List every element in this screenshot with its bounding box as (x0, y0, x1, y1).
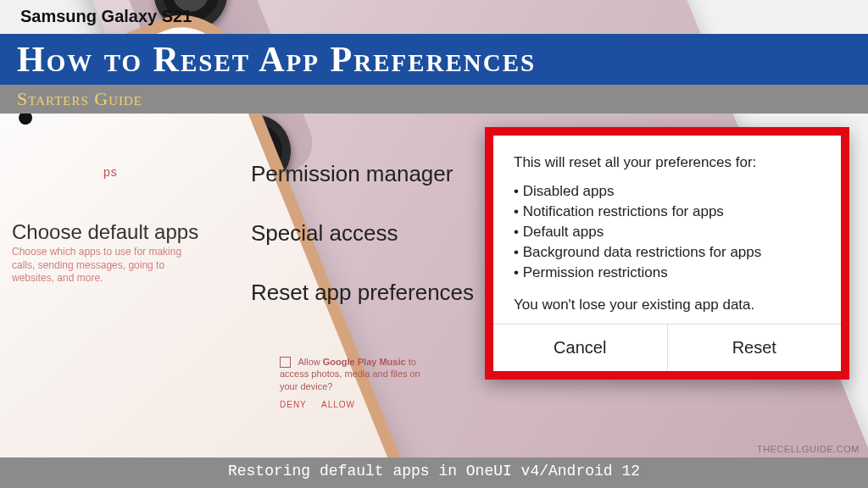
ghost-desc: Choose which apps to use for making call… (12, 246, 207, 286)
tutorial-banner: ps Choose default apps Choose which apps… (0, 0, 868, 488)
perm-text-prefix: Allow (298, 357, 322, 367)
folder-icon (280, 357, 291, 368)
ghost-title: Choose default apps (12, 220, 198, 244)
reset-button[interactable]: Reset (667, 324, 842, 371)
page-subtitle: Starters Guide (0, 85, 868, 114)
menu-special-access[interactable]: Special access (251, 220, 398, 247)
dialog-bullet: Permission restrictions (514, 264, 821, 281)
ghost-crumb: ps (103, 165, 118, 179)
site-watermark: THECELLGUIDE.COM (757, 444, 860, 454)
dialog-bullet: Disabled apps (514, 183, 821, 200)
dialog-footer: You won't lose your existing app data. (514, 297, 821, 313)
page-title: How to Reset App Preferences (0, 34, 868, 85)
footer-caption: Restoring default apps in OneUI v4/Andro… (0, 458, 868, 488)
dialog-bullet: Notification restrictions for apps (514, 203, 821, 220)
perm-allow-button[interactable]: ALLOW (321, 400, 355, 409)
menu-reset-app-preferences[interactable]: Reset app preferences (251, 280, 474, 306)
dialog-bullet: Default apps (514, 224, 821, 241)
permission-mini-dialog: Allow Google Play Music to access photos… (280, 356, 432, 410)
device-label: Samsung Galaxy S21 (0, 0, 868, 34)
cancel-button[interactable]: Cancel (493, 324, 667, 371)
dialog-bullet-list: Disabled apps Notification restrictions … (514, 183, 821, 281)
perm-app-name: Google Play Music (323, 357, 406, 367)
dialog-heading: This will reset all your preferences for… (514, 154, 821, 171)
reset-preferences-dialog: This will reset all your preferences for… (485, 127, 849, 380)
menu-permission-manager[interactable]: Permission manager (251, 161, 453, 187)
perm-deny-button[interactable]: DENY (280, 400, 307, 409)
dialog-bullet: Background data restrictions for apps (514, 244, 821, 261)
